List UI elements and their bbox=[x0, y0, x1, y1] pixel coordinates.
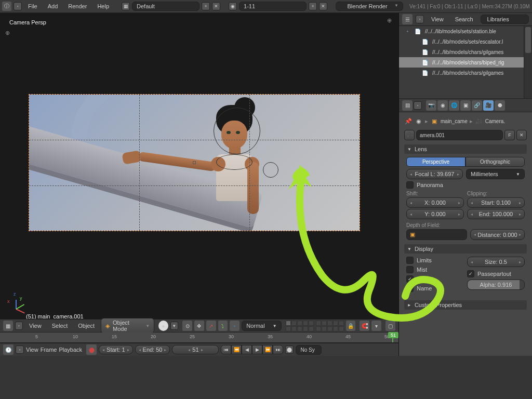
pivot-icon[interactable]: ⊙ bbox=[182, 321, 192, 331]
jump-start-button[interactable]: ⏮ bbox=[221, 345, 231, 354]
expand-menus-icon[interactable]: ◦ bbox=[14, 2, 22, 10]
tab-world-icon[interactable]: 🌐 bbox=[449, 100, 459, 111]
view-menu[interactable]: View bbox=[25, 321, 46, 330]
scene-add-button[interactable]: + bbox=[309, 2, 317, 10]
outliner-editor-icon[interactable]: ☰ bbox=[402, 14, 413, 24]
playhead[interactable] bbox=[392, 332, 393, 342]
display-panel-header[interactable]: ▼Display bbox=[404, 244, 527, 254]
fake-user-button[interactable]: F bbox=[504, 130, 515, 140]
orthographic-button[interactable]: Orthographic bbox=[466, 157, 525, 167]
outliner-item[interactable]: 📄//../../lib/models/chars/gilgames bbox=[399, 68, 532, 78]
shading-menu-icon[interactable]: ▾ bbox=[170, 322, 178, 330]
unlink-button[interactable]: ✕ bbox=[516, 130, 527, 140]
start-frame-input[interactable]: ◂Start: 1▸ bbox=[99, 345, 132, 354]
shift-y-input[interactable]: ◂Y: 0.000▸ bbox=[406, 209, 464, 219]
keyframe-next-button[interactable]: ⏩ bbox=[262, 345, 273, 354]
dof-object-select[interactable]: ▣ bbox=[406, 229, 467, 240]
outliner-view-menu[interactable]: View bbox=[427, 15, 448, 24]
keyframe-prev-button[interactable]: ⏪ bbox=[231, 345, 242, 354]
record-icon[interactable]: ⬤ bbox=[86, 344, 97, 355]
timeline-frame-menu[interactable]: Frame bbox=[41, 347, 57, 353]
timeline-view-menu[interactable]: View bbox=[26, 347, 38, 353]
clip-end-input[interactable]: ◂End: 100.000▸ bbox=[467, 209, 525, 219]
object-menu[interactable]: Object bbox=[74, 321, 99, 330]
shift-x-input[interactable]: ◂X: 0.000▸ bbox=[406, 197, 464, 208]
timeline-editor-icon[interactable]: 🕐 bbox=[3, 344, 14, 355]
scene-name-input[interactable]: 1-11 bbox=[239, 2, 307, 11]
manipulator-scale-icon[interactable]: ▫ bbox=[230, 321, 240, 331]
menu-help[interactable]: Help bbox=[93, 2, 113, 11]
layout-name-input[interactable]: Default bbox=[132, 2, 200, 11]
layout-delete-button[interactable]: ✕ bbox=[212, 2, 220, 10]
camera-name-input[interactable] bbox=[416, 130, 503, 140]
name-checkbox[interactable] bbox=[406, 285, 414, 292]
tab-physics-icon[interactable]: ⬣ bbox=[495, 100, 505, 111]
snap-type-icon[interactable]: ▾ bbox=[371, 321, 381, 331]
tab-camera-icon[interactable]: 🎥 bbox=[483, 100, 494, 111]
toolbar-toggle-icon[interactable]: ⊕ bbox=[5, 30, 10, 35]
dof-distance-input[interactable]: ◂Distance: 0.000▸ bbox=[470, 229, 525, 240]
alpha-slider[interactable]: Alpha: 0.916 bbox=[467, 280, 525, 290]
outliner-item[interactable]: 📄//../../lib/models/chars/biped_rig bbox=[399, 57, 532, 68]
properties-toggle-icon[interactable]: ⊕ bbox=[387, 17, 394, 24]
limits-checkbox[interactable] bbox=[406, 257, 414, 264]
orientation-select[interactable]: Normal▼ bbox=[242, 321, 281, 331]
mode-select[interactable]: ◈Object Mode▼ bbox=[101, 318, 154, 334]
select-menu[interactable]: Select bbox=[48, 321, 72, 330]
manipulator-translate-icon[interactable]: ↗ bbox=[206, 321, 216, 331]
lens-unit-select[interactable]: Millimeters▼ bbox=[466, 169, 525, 179]
lock-camera-icon[interactable]: 🔒 bbox=[346, 321, 356, 331]
perspective-button[interactable]: Perspective bbox=[406, 157, 466, 167]
tab-object-icon[interactable]: ▣ bbox=[460, 100, 471, 111]
menu-file[interactable]: File bbox=[24, 2, 42, 11]
end-frame-input[interactable]: ◂End: 50▸ bbox=[135, 345, 170, 354]
focal-length-input[interactable]: ◂Focal L: 39.697▸ bbox=[406, 169, 463, 179]
timeline-ruler[interactable]: 5 10 15 20 25 30 35 40 45 50 bbox=[0, 332, 398, 343]
layout-browse-icon[interactable]: ▦ bbox=[122, 2, 130, 10]
scene-browse-icon[interactable]: ◉ bbox=[229, 2, 237, 10]
tab-render-icon[interactable]: 📷 bbox=[426, 100, 436, 111]
props-collapse-icon[interactable]: ◦ bbox=[414, 101, 422, 110]
props-editor-icon[interactable]: ▤ bbox=[402, 100, 413, 111]
tab-scene-icon[interactable]: ◉ bbox=[437, 100, 448, 111]
layers-grid[interactable] bbox=[286, 321, 344, 331]
display-size-input[interactable]: ◂Size: 0.5▸ bbox=[467, 257, 525, 267]
timeline-collapse-icon[interactable]: ◦ bbox=[16, 345, 24, 354]
panorama-checkbox[interactable] bbox=[406, 181, 414, 189]
clip-start-input[interactable]: ◂Start: 0.100▸ bbox=[467, 197, 525, 208]
jump-end-button[interactable]: ⏭ bbox=[273, 345, 283, 354]
render-engine-select[interactable]: Blender Render ▼ bbox=[336, 2, 403, 11]
collapse-menus-icon[interactable]: ◦ bbox=[15, 322, 23, 330]
outliner-search-menu[interactable]: Search bbox=[451, 15, 477, 24]
lens-panel-header[interactable]: ▼Lens bbox=[404, 144, 527, 154]
passepartout-checkbox[interactable] bbox=[467, 270, 474, 277]
outliner-display-select[interactable]: Libraries bbox=[481, 15, 529, 24]
mist-checkbox[interactable] bbox=[406, 266, 414, 273]
thirds-checkbox[interactable] bbox=[406, 275, 414, 283]
current-frame-input[interactable]: ◂51▸ bbox=[172, 345, 219, 354]
shading-solid-icon[interactable]: ● bbox=[158, 321, 168, 331]
viewport-3d[interactable]: Camera Persp ⊕ ⊕ bbox=[0, 13, 399, 356]
info-editor-icon[interactable]: ⓘ bbox=[2, 2, 11, 11]
menu-render[interactable]: Render bbox=[64, 2, 91, 11]
outliner-collapse-icon[interactable]: ◦ bbox=[416, 15, 424, 23]
sync-mode-select[interactable]: No Sy bbox=[296, 345, 322, 355]
scene-delete-button[interactable]: ✕ bbox=[319, 2, 327, 10]
outliner-item[interactable]: +📄//../../lib/models/sets/station.ble bbox=[399, 26, 532, 36]
menu-add[interactable]: Add bbox=[44, 2, 62, 11]
outliner-scrollbar[interactable] bbox=[524, 26, 532, 98]
render-border-icon[interactable]: ▢ bbox=[385, 321, 395, 331]
manipulator-toggle-icon[interactable]: ✥ bbox=[194, 321, 204, 331]
play-reverse-button[interactable]: ◀ bbox=[242, 345, 252, 354]
manipulator-rotate-icon[interactable]: ⤵ bbox=[218, 321, 228, 331]
timeline-playback-menu[interactable]: Playback bbox=[59, 347, 82, 353]
snap-icon[interactable]: 🧲 bbox=[360, 321, 369, 331]
outliner-tree[interactable]: +📄//../../lib/models/sets/station.ble 📄/… bbox=[399, 26, 532, 99]
tab-constraints-icon[interactable]: 🔗 bbox=[472, 100, 482, 111]
editor-type-icon[interactable]: ▦ bbox=[3, 321, 13, 331]
custom-props-header[interactable]: ▼Custom Properties bbox=[404, 300, 527, 310]
pin-icon[interactable]: 📌 bbox=[404, 117, 413, 125]
play-button[interactable]: ▶ bbox=[252, 345, 262, 354]
outliner-item[interactable]: 📄//../../lib/models/sets/escalator.l bbox=[399, 36, 532, 47]
autokey-icon[interactable]: ⬤ bbox=[285, 345, 294, 354]
